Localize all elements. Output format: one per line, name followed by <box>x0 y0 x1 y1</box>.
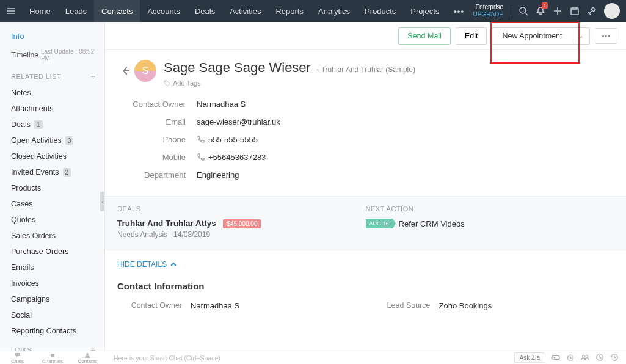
ask-zia-button[interactable]: Ask Zia <box>514 352 545 363</box>
sidebar-item-sales-orders[interactable]: Sales Orders <box>11 231 96 240</box>
sidebar-info-link[interactable]: Info <box>11 32 96 41</box>
user-avatar[interactable] <box>604 3 620 19</box>
deal-amount-badge: $45,000.00 <box>223 219 261 228</box>
plan-name: Enterprise <box>473 4 503 11</box>
summary-band: DEALS Truhlar And Truhlar Attys $45,000.… <box>105 196 626 250</box>
sidebar-timeline[interactable]: Timeline Last Update : 08:52 PM <box>11 48 96 62</box>
gamepad-icon[interactable] <box>551 353 560 363</box>
sidebar-item-campaigns[interactable]: Campaigns <box>11 295 96 304</box>
phone-value[interactable]: 555-555-5555 <box>208 135 258 144</box>
next-action-header: NEXT ACTION <box>366 205 614 213</box>
timeline-meta: Last Update : 08:52 PM <box>41 48 96 62</box>
record-header: S Sage Sage Sage Wieser - Truhlar And Tr… <box>105 50 626 89</box>
sidebar-item-quotes[interactable]: Quotes <box>11 216 96 224</box>
sidebar-item-attachments[interactable]: Attachments <box>11 104 96 113</box>
calendar-icon[interactable] <box>566 0 583 22</box>
dept-label: Department <box>117 170 197 180</box>
nav-tab-home[interactable]: Home <box>22 0 58 22</box>
sidebar-item-social[interactable]: Social <box>11 311 96 319</box>
nav-tab-analytics[interactable]: Analytics <box>311 0 357 22</box>
plus-icon[interactable] <box>549 0 566 22</box>
nav-tab-products[interactable]: Products <box>357 0 403 22</box>
new-appointment-button[interactable]: New Appointment <box>492 28 572 44</box>
back-arrow-icon[interactable] <box>117 60 134 82</box>
nav-tab-deals[interactable]: Deals <box>187 0 222 22</box>
sidebar-item-open-activities[interactable]: Open Activities3 <box>11 136 96 145</box>
hamburger-menu-icon[interactable] <box>0 6 22 16</box>
sidebar-item-purchase-orders[interactable]: Purchase Orders <box>11 247 96 256</box>
sidebar-collapse-handle[interactable] <box>100 192 105 211</box>
new-appointment-dropdown-icon[interactable]: ⌄ <box>572 29 589 43</box>
history-icon[interactable] <box>610 353 619 363</box>
nav-tab-contacts[interactable]: Contacts <box>94 0 140 22</box>
svg-point-0 <box>520 7 526 13</box>
upgrade-link[interactable]: UPGRADE <box>473 11 503 18</box>
footer-tab-chats[interactable]: Chats <box>0 351 35 364</box>
main-content: Send Mail Edit New Appointment ⌄ ••• S S… <box>105 22 626 351</box>
left-sidebar: Info Timeline Last Update : 08:52 PM REL… <box>0 22 105 351</box>
tools-icon[interactable] <box>583 0 600 22</box>
next-action-date-badge: AUG 15 <box>366 219 393 228</box>
ci-leadsource-label: Lead Source <box>366 301 439 310</box>
ci-owner-value: Narmadhaa S <box>191 301 239 310</box>
new-appointment-split-button: New Appointment ⌄ <box>492 27 590 45</box>
notification-bell-icon[interactable]: 1 <box>532 0 549 22</box>
footer-tab-channels[interactable]: Channels <box>35 351 70 364</box>
contact-info-grid: Contact OwnerNarmadhaa S Lead SourceZoho… <box>105 297 626 314</box>
nav-tab-projects[interactable]: Projects <box>403 0 446 22</box>
timeline-label: Timeline <box>11 51 38 59</box>
add-related-icon[interactable]: + <box>90 71 96 81</box>
nav-tab-accounts[interactable]: Accounts <box>140 0 187 22</box>
separator <box>512 5 512 16</box>
add-tags-link[interactable]: Add Tags <box>164 79 415 87</box>
count-badge: 1 <box>34 120 43 129</box>
next-action-summary: NEXT ACTION AUG 15 Refer CRM Videos <box>366 205 614 239</box>
nav-tab-reports[interactable]: Reports <box>268 0 311 22</box>
svg-point-6 <box>583 355 585 357</box>
links-header: LINKS + <box>11 345 96 351</box>
add-link-icon[interactable]: + <box>90 345 96 351</box>
more-actions-button[interactable]: ••• <box>595 28 617 44</box>
mobile-value[interactable]: +556453637283 <box>208 153 266 162</box>
next-action-text[interactable]: Refer CRM Videos <box>399 219 465 228</box>
dept-value: Engineering <box>197 170 239 180</box>
record-company: - Truhlar And Truhlar (Sample) <box>317 65 415 74</box>
plan-block: Enterprise UPGRADE <box>473 4 503 18</box>
people-icon[interactable] <box>581 353 589 363</box>
sidebar-item-invoices[interactable]: Invoices <box>11 279 96 288</box>
nav-tab-leads[interactable]: Leads <box>58 0 94 22</box>
mobile-label: Mobile <box>117 153 197 162</box>
deals-header: DEALS <box>117 205 366 213</box>
record-title-row: Sage Sage Sage Wieser - Truhlar And Truh… <box>164 60 415 76</box>
record-avatar: S <box>134 60 156 82</box>
send-mail-button[interactable]: Send Mail <box>398 27 451 45</box>
nav-tab-activities[interactable]: Activities <box>222 0 268 22</box>
sidebar-item-products[interactable]: Products <box>11 184 96 192</box>
nav-more-icon[interactable]: ••• <box>446 7 471 16</box>
sidebar-item-notes[interactable]: Notes <box>11 89 96 97</box>
sidebar-item-reporting-contacts[interactable]: Reporting Contacts <box>11 327 96 335</box>
clock-icon[interactable] <box>595 353 604 363</box>
sidebar-item-emails[interactable]: Emails <box>11 263 96 272</box>
email-value[interactable]: sage-wieser@truhlar.uk <box>197 117 280 126</box>
stopwatch-icon[interactable] <box>566 353 575 363</box>
phone-label: Phone <box>117 135 197 144</box>
footer-tab-contacts[interactable]: Contacts <box>70 351 105 364</box>
sidebar-item-cases[interactable]: Cases <box>11 200 96 208</box>
contact-info-header: Contact Information <box>105 277 626 297</box>
smart-chat-hint: Here is your Smart Chat (Ctrl+Space) <box>114 354 514 362</box>
sidebar-item-invited-events[interactable]: Invited Events2 <box>11 168 96 177</box>
sidebar-item-deals[interactable]: Deals1 <box>11 120 96 129</box>
svg-point-2 <box>165 81 166 82</box>
action-bar: Send Mail Edit New Appointment ⌄ ••• <box>105 22 626 50</box>
deal-title[interactable]: Truhlar And Truhlar Attys <box>117 219 216 228</box>
footer-tabs: ChatsChannelsContacts <box>0 351 105 364</box>
phone-icon <box>197 136 205 144</box>
footer-bar: ChatsChannelsContacts Here is your Smart… <box>0 351 626 364</box>
phone-icon <box>197 153 205 161</box>
hide-details-toggle[interactable]: HIDE DETAILS <box>105 250 626 277</box>
topbar-right: Enterprise UPGRADE 1 <box>473 0 626 22</box>
sidebar-item-closed-activities[interactable]: Closed Activities <box>11 152 96 161</box>
search-icon[interactable] <box>515 0 532 22</box>
edit-button[interactable]: Edit <box>456 27 487 45</box>
